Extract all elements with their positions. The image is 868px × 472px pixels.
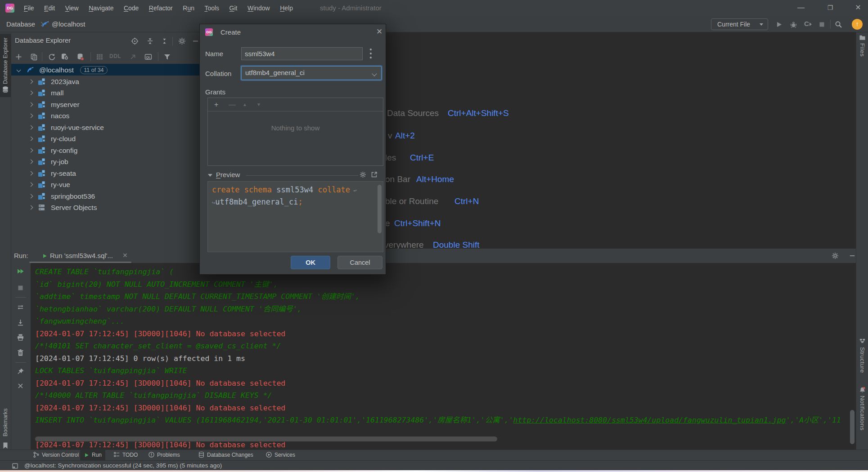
breadcrumb-localhost[interactable]: @localhost: [52, 16, 85, 32]
menu-window[interactable]: Window: [243, 0, 274, 16]
search-everywhere-icon[interactable]: [835, 21, 842, 28]
layout-icon[interactable]: [12, 463, 18, 469]
tree-row-server-objects[interactable]: Server Objects: [11, 201, 201, 213]
scroll-to-end-icon[interactable]: [17, 319, 24, 326]
window-restore-button[interactable]: ❐: [820, 0, 841, 16]
tree-row-schema[interactable]: ry-job: [11, 156, 201, 167]
coverage-button[interactable]: C: [804, 20, 812, 27]
filter-icon[interactable]: [163, 53, 171, 61]
settings-gear-icon[interactable]: [178, 37, 186, 45]
chevron-collapsed-icon[interactable]: [29, 183, 33, 187]
kebab-menu-icon[interactable]: •••: [367, 47, 375, 60]
chevron-collapsed-icon[interactable]: [29, 148, 33, 152]
run-tab-close-icon[interactable]: ✕: [122, 249, 128, 263]
name-input[interactable]: ssml53w4: [241, 47, 363, 60]
print-icon[interactable]: [17, 334, 24, 341]
chevron-collapsed-icon[interactable]: [29, 194, 33, 198]
tree-row-schema[interactable]: ry-vue: [11, 178, 201, 190]
tree-row-localhost[interactable]: @localhost 11 of 34: [11, 64, 201, 76]
preview-gear-icon[interactable]: [360, 171, 366, 178]
menu-file[interactable]: File: [20, 0, 38, 16]
collapse-all-icon[interactable]: [161, 37, 168, 45]
grants-remove-icon[interactable]: —: [229, 98, 236, 111]
disconnect-icon[interactable]: [76, 53, 84, 61]
chevron-collapsed-icon[interactable]: [29, 171, 33, 175]
menu-run[interactable]: Run: [179, 0, 198, 16]
update-available-icon[interactable]: ↑: [852, 19, 863, 30]
table-view-icon[interactable]: [96, 53, 103, 61]
pin-tab-icon[interactable]: [17, 368, 24, 375]
chevron-collapsed-icon[interactable]: [29, 79, 33, 84]
chevron-collapsed-icon[interactable]: [29, 137, 33, 141]
locate-icon[interactable]: [131, 37, 139, 45]
hide-panel-icon[interactable]: [192, 37, 199, 45]
collation-select[interactable]: utf8mb4_general_ci: [241, 66, 382, 80]
stop-icon[interactable]: [17, 284, 24, 292]
menu-code[interactable]: Code: [120, 0, 143, 16]
query-console-icon[interactable]: [144, 53, 152, 61]
menu-view[interactable]: View: [61, 0, 83, 16]
run-hide-icon[interactable]: [849, 252, 856, 259]
cancel-button[interactable]: Cancel: [337, 256, 382, 269]
dialog-close-icon[interactable]: ✕: [376, 24, 382, 39]
database-explorer-tool-button[interactable]: Database Explorer: [0, 34, 11, 97]
run-tool-button[interactable]: Run: [80, 450, 105, 460]
files-tool-button[interactable]: Files: [857, 33, 868, 92]
menu-navigate[interactable]: Navigate: [85, 0, 117, 16]
menu-git[interactable]: Git: [225, 0, 242, 16]
grants-move-down-icon[interactable]: ▼: [256, 98, 261, 111]
chevron-collapsed-icon[interactable]: [29, 125, 33, 129]
chevron-collapsed-icon[interactable]: [29, 91, 33, 95]
run-settings-gear-icon[interactable]: [832, 252, 839, 259]
window-minimize-button[interactable]: —: [791, 0, 811, 16]
menu-edit[interactable]: Edit: [40, 0, 59, 16]
vertical-scrollbar[interactable]: [850, 410, 855, 444]
run-configuration-select[interactable]: Current File: [711, 18, 768, 30]
console-link[interactable]: http://localhost:8080/ssml53w4/upload/fa…: [513, 416, 786, 424]
expand-all-icon[interactable]: [146, 37, 154, 45]
database-changes-tool-button[interactable]: Database Changes: [198, 450, 253, 460]
chevron-collapsed-icon[interactable]: [29, 205, 33, 210]
run-console[interactable]: CREATE TABLE `tuifangpingjia` ( `id` big…: [31, 263, 856, 450]
clear-all-icon[interactable]: [17, 349, 24, 356]
add-datasource-icon[interactable]: [15, 53, 22, 61]
menu-help[interactable]: Help: [276, 0, 297, 16]
breadcrumb-database[interactable]: Database: [6, 16, 35, 32]
rerun-failed-icon[interactable]: [17, 303, 24, 311]
refresh-icon[interactable]: [48, 53, 56, 61]
ok-button[interactable]: OK: [291, 256, 330, 269]
preview-scrollbar[interactable]: [378, 185, 382, 233]
close-panel-icon[interactable]: [17, 382, 24, 390]
tree-row-schema[interactable]: nacos: [11, 110, 201, 121]
grants-add-icon[interactable]: +: [214, 98, 218, 111]
window-close-button[interactable]: ✕: [848, 0, 868, 16]
datasource-properties-icon[interactable]: [61, 53, 68, 61]
debug-button[interactable]: [790, 21, 797, 28]
tree-row-schema[interactable]: ry-config: [11, 144, 201, 156]
todo-tool-button[interactable]: TODO: [113, 450, 138, 460]
duplicate-icon[interactable]: [30, 53, 38, 61]
rerun-icon[interactable]: [17, 267, 24, 275]
tree-row-schema[interactable]: 2023java: [11, 76, 201, 87]
bookmarks-tool-button[interactable]: Bookmarks: [0, 407, 11, 452]
menu-refactor[interactable]: Refactor: [145, 0, 177, 16]
grants-move-up-icon[interactable]: ▲: [243, 98, 247, 111]
menu-tools[interactable]: Tools: [200, 0, 223, 16]
horizontal-scrollbar[interactable]: [35, 436, 497, 441]
tree-row-schema[interactable]: springboot536: [11, 190, 201, 202]
services-tool-button[interactable]: Services: [265, 450, 295, 460]
navigate-icon[interactable]: [129, 53, 137, 61]
tree-row-schema[interactable]: ry-seata: [11, 167, 201, 179]
preview-collapse-icon[interactable]: [208, 174, 212, 177]
stop-button[interactable]: [818, 21, 826, 28]
chevron-collapsed-icon[interactable]: [29, 114, 33, 118]
tree-row-schema[interactable]: ruoyi-vue-service: [11, 121, 201, 133]
problems-tool-button[interactable]: Problems: [148, 450, 180, 460]
tree-row-schema[interactable]: myserver: [11, 98, 201, 110]
chevron-collapsed-icon[interactable]: [29, 102, 33, 107]
tree-row-schema[interactable]: ry-cloud: [11, 133, 201, 144]
tree-row-schema[interactable]: mall: [11, 87, 201, 98]
preview-open-icon[interactable]: [371, 171, 378, 178]
chevron-expanded-icon[interactable]: [17, 68, 21, 72]
version-control-button[interactable]: Version Control: [33, 450, 79, 460]
